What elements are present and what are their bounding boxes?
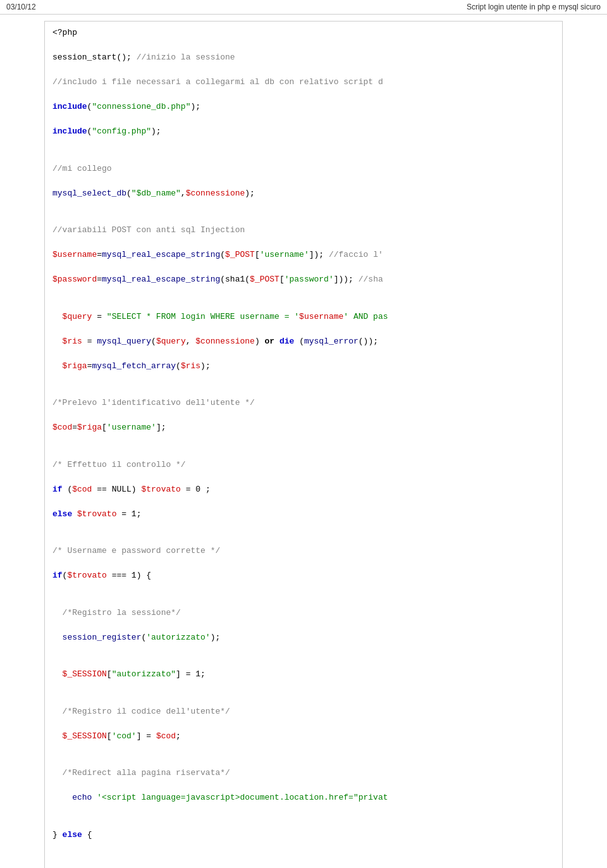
code-container: <?php session_start(); //inizio la sessi… <box>44 21 563 868</box>
header-date: 03/10/12 <box>6 3 36 11</box>
header-title: Script login utente in php e mysql sicur… <box>467 3 601 11</box>
code-block: <?php session_start(); //inizio la sessi… <box>45 22 562 868</box>
page-header: 03/10/12 Script login utente in php e my… <box>0 0 607 15</box>
